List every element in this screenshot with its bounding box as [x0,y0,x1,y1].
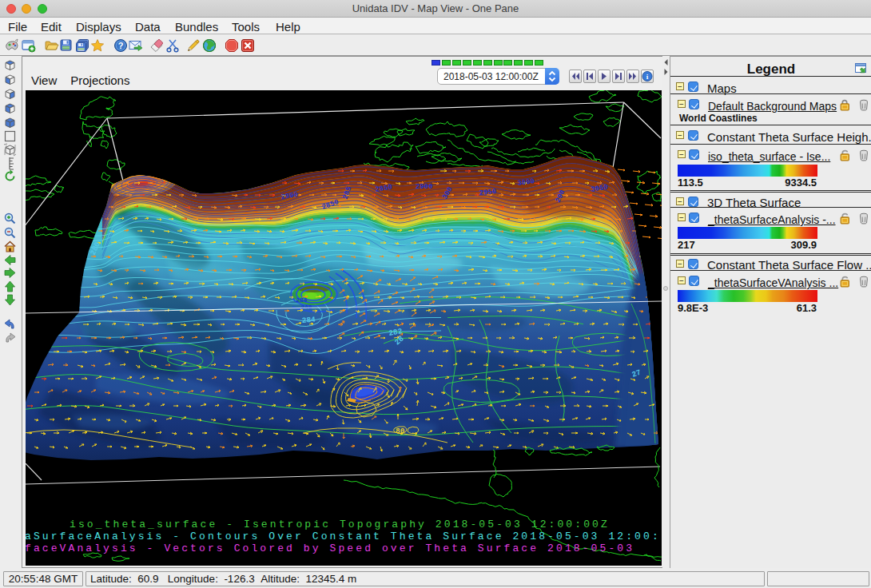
svg-text:2900: 2900 [416,183,433,191]
svg-text:aSurfaceAnalysis - Contours Ov: aSurfaceAnalysis - Contours Over Constan… [26,530,661,542]
svg-text:faceVAnalysis - Vectors Colore: faceVAnalysis - Vectors Colored by Speed… [26,542,634,554]
svg-text:iso_theta_surface - Isentropic: iso_theta_surface - Isentropic Topograph… [70,518,610,530]
svg-text:?: ? [118,41,124,50]
svg-text:2950: 2950 [479,188,496,197]
svg-text:284: 284 [301,316,316,325]
svg-text:284: 284 [296,296,308,304]
svg-text:80: 80 [396,427,405,435]
